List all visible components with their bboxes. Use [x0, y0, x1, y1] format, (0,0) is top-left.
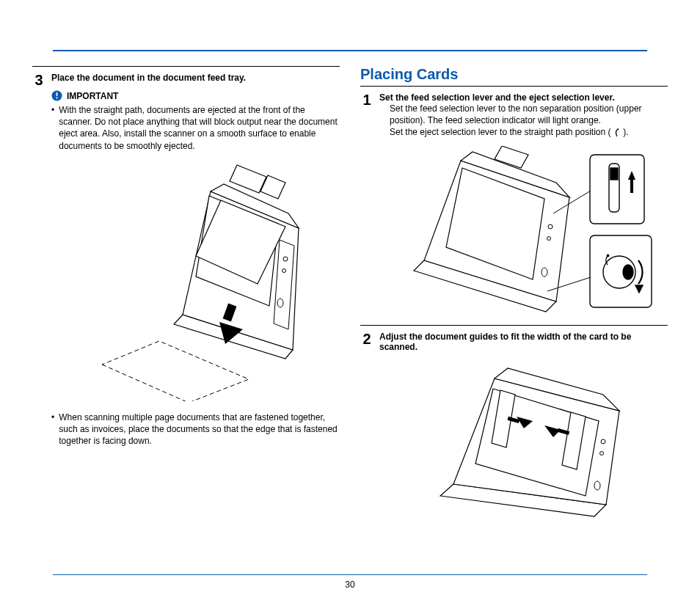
step-number: 3	[32, 73, 45, 87]
right-column: Placing Cards 1 Set the feed selection l…	[360, 66, 668, 531]
svg-point-17	[617, 128, 619, 130]
bullet-text: With the straight path, documents are ej…	[59, 104, 340, 152]
step-rule	[360, 86, 668, 87]
svg-point-25	[542, 268, 547, 277]
svg-point-13	[282, 268, 285, 272]
svg-point-48	[601, 439, 605, 444]
step-line: Set the eject selection lever to the str…	[379, 126, 668, 138]
step-1: 1 Set the feed selection lever and the e…	[360, 92, 668, 325]
step-3: 3 Place the document in the document fee…	[32, 73, 340, 448]
step-rule	[32, 66, 340, 67]
figure-levers	[379, 146, 668, 315]
step-line: Set the feed selection lever to the non …	[379, 103, 668, 126]
left-column: 3 Place the document in the document fee…	[32, 66, 340, 531]
manual-page: 3 Place the document in the document fee…	[0, 0, 700, 600]
two-column-layout: 3 Place the document in the document fee…	[32, 66, 668, 531]
header-rule	[53, 50, 647, 51]
figure-guides	[379, 359, 668, 521]
svg-marker-3	[102, 341, 249, 401]
step-title: Set the feed selection lever and the eje…	[379, 92, 668, 103]
step-body: Place the document in the document feed …	[51, 73, 340, 448]
svg-point-35	[623, 265, 633, 279]
svg-point-50	[594, 481, 600, 490]
step-title: Place the document in the document feed …	[51, 73, 340, 83]
bullet-text: When scanning multiple page documents th…	[59, 411, 340, 447]
step-body: Set the feed selection lever and the eje…	[379, 92, 668, 325]
step-number: 1	[360, 92, 373, 107]
step-2: 2 Adjust the document guides to fit the …	[360, 332, 668, 531]
bullet-2: When scanning multiple page documents th…	[51, 411, 340, 447]
svg-point-23	[548, 224, 553, 229]
step-number: 2	[360, 332, 373, 346]
svg-marker-8	[230, 165, 266, 193]
step-rule	[360, 325, 668, 326]
svg-point-12	[283, 257, 288, 261]
step-line-a: Set the eject selection lever to the str…	[390, 127, 611, 137]
figure-eject-path	[51, 159, 340, 401]
page-number: 30	[0, 579, 700, 590]
svg-point-24	[547, 236, 550, 240]
svg-rect-30	[610, 168, 618, 180]
step-line-b: ).	[623, 127, 628, 137]
important-label: IMPORTANT	[67, 91, 118, 101]
svg-rect-1	[56, 92, 58, 96]
svg-point-36	[607, 255, 608, 256]
bullet-1: With the straight path, documents are ej…	[51, 104, 340, 152]
step-body: Adjust the document guides to fit the wi…	[379, 332, 668, 531]
important-header: IMPORTANT	[51, 90, 340, 101]
step-title: Adjust the document guides to fit the wi…	[379, 332, 668, 352]
svg-rect-32	[630, 180, 633, 193]
footer-rule	[53, 574, 647, 575]
svg-point-49	[599, 451, 603, 455]
straight-path-icon	[613, 128, 621, 137]
svg-rect-2	[56, 98, 58, 99]
section-heading: Placing Cards	[360, 66, 668, 83]
important-icon	[51, 90, 62, 101]
svg-point-14	[277, 299, 283, 307]
